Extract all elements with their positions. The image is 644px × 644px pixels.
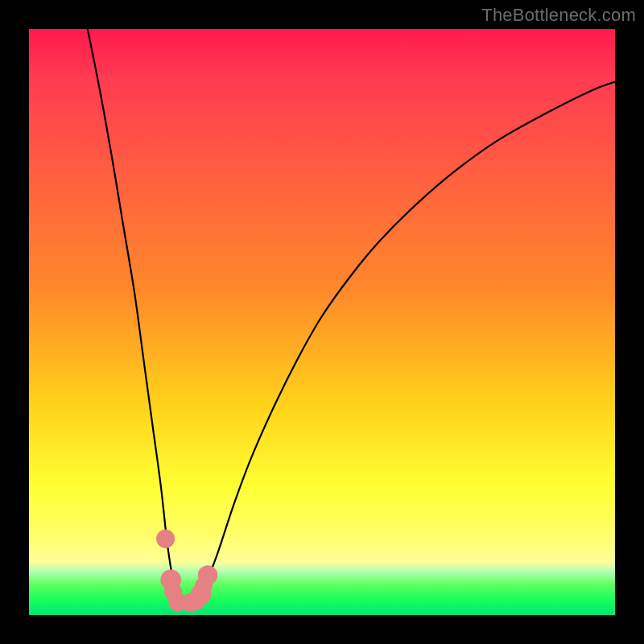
watermark-text: TheBottleneck.com xyxy=(481,5,636,26)
chart-plot-area xyxy=(29,29,615,615)
curve-path xyxy=(88,29,615,604)
curve-marker xyxy=(198,565,217,584)
bottleneck-curve xyxy=(29,29,615,615)
curve-marker xyxy=(156,530,175,548)
marker-group xyxy=(156,530,217,612)
